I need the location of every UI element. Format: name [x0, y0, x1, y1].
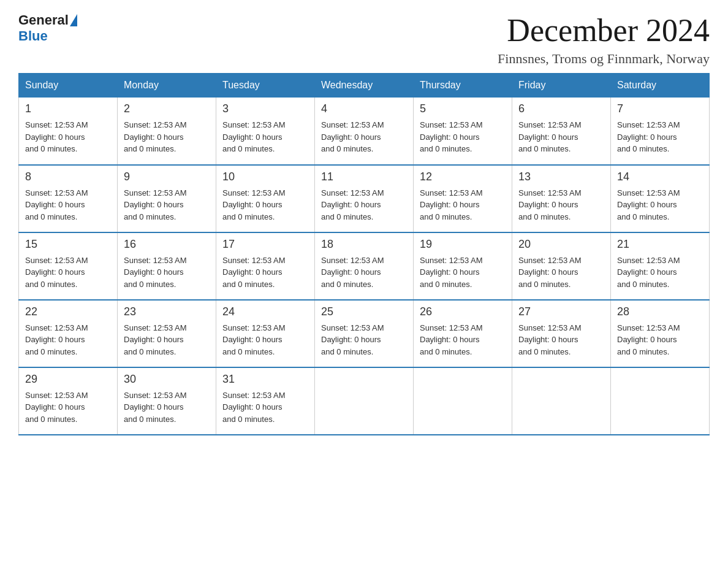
- day-info: Sunset: 12:53 AMDaylight: 0 hoursand 0 m…: [617, 322, 703, 358]
- calendar-cell: 29Sunset: 12:53 AMDaylight: 0 hoursand 0…: [19, 367, 118, 435]
- day-number: 1: [25, 102, 111, 115]
- weekday-header-friday: Friday: [512, 74, 611, 98]
- day-number: 20: [518, 238, 604, 251]
- calendar-cell: 21Sunset: 12:53 AMDaylight: 0 hoursand 0…: [611, 232, 710, 300]
- day-number: 22: [25, 305, 111, 318]
- calendar-cell: 6Sunset: 12:53 AMDaylight: 0 hoursand 0 …: [512, 98, 611, 165]
- day-number: 18: [321, 238, 407, 251]
- week-row-2: 8Sunset: 12:53 AMDaylight: 0 hoursand 0 …: [19, 165, 710, 232]
- calendar-cell: 22Sunset: 12:53 AMDaylight: 0 hoursand 0…: [19, 300, 118, 367]
- day-info: Sunset: 12:53 AMDaylight: 0 hoursand 0 m…: [321, 119, 407, 155]
- day-number: 17: [222, 238, 308, 251]
- day-info: Sunset: 12:53 AMDaylight: 0 hoursand 0 m…: [518, 322, 604, 358]
- weekday-header-thursday: Thursday: [414, 74, 512, 98]
- day-number: 6: [518, 102, 604, 115]
- calendar-cell: 8Sunset: 12:53 AMDaylight: 0 hoursand 0 …: [19, 165, 118, 232]
- day-info: Sunset: 12:53 AMDaylight: 0 hoursand 0 m…: [420, 322, 506, 358]
- day-number: 12: [420, 170, 506, 183]
- calendar-cell: [315, 367, 414, 435]
- calendar-cell: [414, 367, 512, 435]
- calendar-cell: 18Sunset: 12:53 AMDaylight: 0 hoursand 0…: [315, 232, 414, 300]
- day-info: Sunset: 12:53 AMDaylight: 0 hoursand 0 m…: [617, 255, 703, 291]
- calendar-cell: 14Sunset: 12:53 AMDaylight: 0 hoursand 0…: [611, 165, 710, 232]
- calendar-cell: [512, 367, 611, 435]
- day-info: Sunset: 12:53 AMDaylight: 0 hoursand 0 m…: [222, 322, 308, 358]
- calendar-cell: 20Sunset: 12:53 AMDaylight: 0 hoursand 0…: [512, 232, 611, 300]
- calendar-cell: 17Sunset: 12:53 AMDaylight: 0 hoursand 0…: [216, 232, 315, 300]
- day-number: 4: [321, 102, 407, 115]
- weekday-header-tuesday: Tuesday: [216, 74, 315, 98]
- day-info: Sunset: 12:53 AMDaylight: 0 hoursand 0 m…: [222, 187, 308, 223]
- page-subtitle: Finnsnes, Troms og Finnmark, Norway: [498, 51, 710, 67]
- day-info: Sunset: 12:53 AMDaylight: 0 hoursand 0 m…: [518, 187, 604, 223]
- calendar-cell: 31Sunset: 12:53 AMDaylight: 0 hoursand 0…: [216, 367, 315, 435]
- calendar-cell: 1Sunset: 12:53 AMDaylight: 0 hoursand 0 …: [19, 98, 118, 165]
- logo-general-text: General: [18, 12, 69, 28]
- day-number: 10: [222, 170, 308, 183]
- logo-triangle-icon: [70, 14, 77, 26]
- calendar-cell: 15Sunset: 12:53 AMDaylight: 0 hoursand 0…: [19, 232, 118, 300]
- day-number: 27: [518, 305, 604, 318]
- calendar-cell: 7Sunset: 12:53 AMDaylight: 0 hoursand 0 …: [611, 98, 710, 165]
- day-info: Sunset: 12:53 AMDaylight: 0 hoursand 0 m…: [222, 119, 308, 155]
- calendar-cell: 24Sunset: 12:53 AMDaylight: 0 hoursand 0…: [216, 300, 315, 367]
- day-number: 30: [124, 373, 210, 386]
- calendar-cell: 23Sunset: 12:53 AMDaylight: 0 hoursand 0…: [118, 300, 216, 367]
- calendar-cell: 25Sunset: 12:53 AMDaylight: 0 hoursand 0…: [315, 300, 414, 367]
- day-info: Sunset: 12:53 AMDaylight: 0 hoursand 0 m…: [617, 119, 703, 155]
- day-info: Sunset: 12:53 AMDaylight: 0 hoursand 0 m…: [420, 187, 506, 223]
- day-number: 7: [617, 102, 703, 115]
- day-number: 25: [321, 305, 407, 318]
- day-number: 11: [321, 170, 407, 183]
- calendar-cell: 10Sunset: 12:53 AMDaylight: 0 hoursand 0…: [216, 165, 315, 232]
- day-info: Sunset: 12:53 AMDaylight: 0 hoursand 0 m…: [420, 119, 506, 155]
- day-number: 3: [222, 102, 308, 115]
- logo: General Blue: [18, 12, 78, 44]
- day-number: 14: [617, 170, 703, 183]
- calendar-cell: 9Sunset: 12:53 AMDaylight: 0 hoursand 0 …: [118, 165, 216, 232]
- day-number: 13: [518, 170, 604, 183]
- week-row-1: 1Sunset: 12:53 AMDaylight: 0 hoursand 0 …: [19, 98, 710, 165]
- page-header: General Blue December 2024 Finnsnes, Tro…: [18, 12, 710, 67]
- calendar-table: SundayMondayTuesdayWednesdayThursdayFrid…: [18, 73, 710, 435]
- day-info: Sunset: 12:53 AMDaylight: 0 hoursand 0 m…: [124, 255, 210, 291]
- day-number: 15: [25, 238, 111, 251]
- day-info: Sunset: 12:53 AMDaylight: 0 hoursand 0 m…: [222, 255, 308, 291]
- calendar-cell: 19Sunset: 12:53 AMDaylight: 0 hoursand 0…: [414, 232, 512, 300]
- day-number: 8: [25, 170, 111, 183]
- logo-blue-text: Blue: [18, 28, 48, 44]
- calendar-cell: 26Sunset: 12:53 AMDaylight: 0 hoursand 0…: [414, 300, 512, 367]
- day-info: Sunset: 12:53 AMDaylight: 0 hoursand 0 m…: [124, 187, 210, 223]
- calendar-cell: 12Sunset: 12:53 AMDaylight: 0 hoursand 0…: [414, 165, 512, 232]
- day-number: 2: [124, 102, 210, 115]
- day-info: Sunset: 12:53 AMDaylight: 0 hoursand 0 m…: [518, 255, 604, 291]
- day-info: Sunset: 12:53 AMDaylight: 0 hoursand 0 m…: [25, 119, 111, 155]
- day-info: Sunset: 12:53 AMDaylight: 0 hoursand 0 m…: [222, 389, 308, 426]
- calendar-cell: 30Sunset: 12:53 AMDaylight: 0 hoursand 0…: [118, 367, 216, 435]
- week-row-3: 15Sunset: 12:53 AMDaylight: 0 hoursand 0…: [19, 232, 710, 300]
- calendar-cell: 3Sunset: 12:53 AMDaylight: 0 hoursand 0 …: [216, 98, 315, 165]
- day-number: 16: [124, 238, 210, 251]
- day-number: 28: [617, 305, 703, 318]
- day-info: Sunset: 12:53 AMDaylight: 0 hoursand 0 m…: [25, 322, 111, 358]
- calendar-cell: 16Sunset: 12:53 AMDaylight: 0 hoursand 0…: [118, 232, 216, 300]
- day-number: 23: [124, 305, 210, 318]
- calendar-cell: 28Sunset: 12:53 AMDaylight: 0 hoursand 0…: [611, 300, 710, 367]
- day-info: Sunset: 12:53 AMDaylight: 0 hoursand 0 m…: [25, 389, 111, 426]
- day-number: 26: [420, 305, 506, 318]
- weekday-header-wednesday: Wednesday: [315, 74, 414, 98]
- calendar-cell: 27Sunset: 12:53 AMDaylight: 0 hoursand 0…: [512, 300, 611, 367]
- calendar-cell: 5Sunset: 12:53 AMDaylight: 0 hoursand 0 …: [414, 98, 512, 165]
- day-info: Sunset: 12:53 AMDaylight: 0 hoursand 0 m…: [321, 322, 407, 358]
- day-number: 5: [420, 102, 506, 115]
- week-row-5: 29Sunset: 12:53 AMDaylight: 0 hoursand 0…: [19, 367, 710, 435]
- day-number: 31: [222, 373, 308, 386]
- day-number: 19: [420, 238, 506, 251]
- weekday-header-row: SundayMondayTuesdayWednesdayThursdayFrid…: [19, 74, 710, 98]
- calendar-cell: 13Sunset: 12:53 AMDaylight: 0 hoursand 0…: [512, 165, 611, 232]
- page-title: December 2024: [498, 12, 710, 48]
- calendar-cell: 11Sunset: 12:53 AMDaylight: 0 hoursand 0…: [315, 165, 414, 232]
- day-number: 9: [124, 170, 210, 183]
- calendar-cell: [611, 367, 710, 435]
- day-info: Sunset: 12:53 AMDaylight: 0 hoursand 0 m…: [420, 255, 506, 291]
